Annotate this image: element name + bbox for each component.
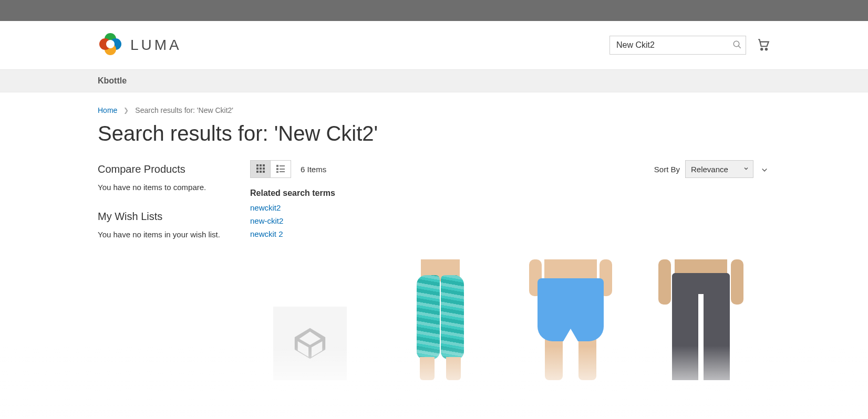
svg-point-5 [733,41,739,47]
related-term-link[interactable]: newckit 2 [250,229,770,238]
svg-rect-14 [263,167,265,170]
search-icon [732,40,742,51]
svg-rect-17 [263,171,265,173]
main-nav: Kbottle [0,69,868,92]
svg-point-8 [766,48,767,50]
svg-rect-9 [256,164,259,166]
wishlist-empty: You have no items in your wish list. [98,230,234,239]
svg-rect-16 [260,171,262,173]
item-count: 6 Items [301,165,326,174]
product-image [656,259,746,380]
search-submit-button[interactable] [731,39,743,51]
search-input[interactable] [609,36,746,55]
view-mode-switch [250,160,291,178]
svg-line-6 [738,46,741,48]
related-term-link[interactable]: new-ckit2 [250,216,770,225]
main-content: 6 Items Sort By Relevance [250,160,770,380]
svg-rect-19 [280,165,285,166]
cart-icon [757,45,770,53]
svg-rect-18 [276,165,278,167]
product-card[interactable] [380,259,500,380]
nav-item-kbottle[interactable]: Kbottle [98,76,127,85]
product-grid [250,259,770,380]
page-title: Search results for: 'New Ckit2' [98,122,770,145]
sort-by-label: Sort By [654,165,680,174]
breadcrumb-home[interactable]: Home [98,106,117,114]
chevron-right-icon: ❯ [123,107,129,114]
svg-rect-22 [276,171,278,173]
grid-view-button[interactable] [251,161,271,177]
search-box [609,36,746,55]
sidebar: Compare Products You have no items to co… [98,160,250,380]
related-term-link[interactable]: newckit2 [250,203,770,212]
svg-rect-12 [256,167,259,170]
results-toolbar: 6 Items Sort By Relevance [250,160,770,178]
product-placeholder-image [273,307,347,380]
cart-button[interactable] [757,38,770,53]
wishlist-heading: My Wish Lists [98,211,234,223]
compare-products-heading: Compare Products [98,163,234,175]
svg-rect-13 [260,167,262,170]
product-image [401,259,480,380]
svg-rect-23 [280,171,285,172]
related-heading: Related search terms [250,188,770,198]
product-card[interactable] [641,259,761,380]
product-card[interactable] [511,259,631,380]
sort-direction-button[interactable] [759,163,770,175]
product-image [526,259,615,380]
svg-rect-15 [256,171,259,173]
logo-link[interactable]: LUMA [98,32,182,59]
site-header: LUMA [98,21,770,69]
sort-by-select[interactable]: Relevance [685,160,753,178]
svg-rect-10 [260,164,262,166]
top-gray-bar [0,0,868,21]
list-view-button[interactable] [271,161,291,177]
related-search-terms: Related search terms newckit2 new-ckit2 … [250,188,770,238]
luma-logo-icon [98,32,123,59]
list-icon [276,164,285,174]
breadcrumb-current: Search results for: 'New Ckit2' [135,106,233,114]
grid-icon [256,164,265,174]
logo-text: LUMA [130,37,182,54]
svg-point-4 [106,40,115,48]
svg-rect-21 [280,169,285,170]
svg-rect-11 [263,164,265,166]
arrow-down-icon [760,164,769,175]
svg-rect-20 [276,168,278,170]
breadcrumb: Home ❯ Search results for: 'New Ckit2' [98,106,770,114]
compare-products-empty: You have no items to compare. [98,183,234,192]
svg-point-7 [761,48,762,50]
product-card[interactable] [250,259,370,380]
